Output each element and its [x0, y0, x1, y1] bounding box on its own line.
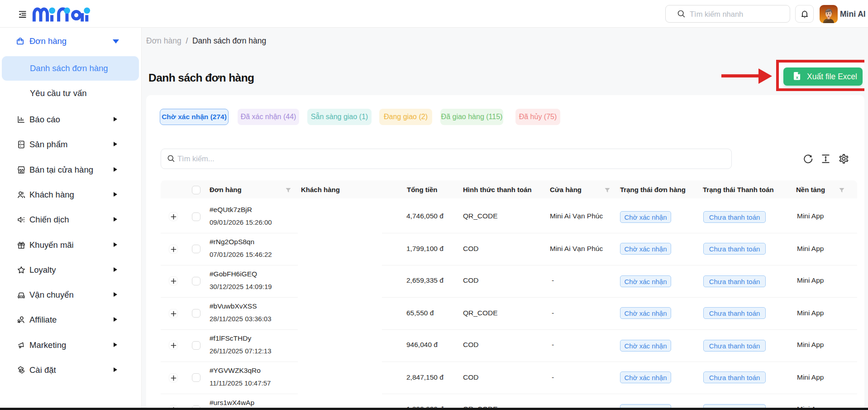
svg-text:x: x	[796, 75, 799, 80]
